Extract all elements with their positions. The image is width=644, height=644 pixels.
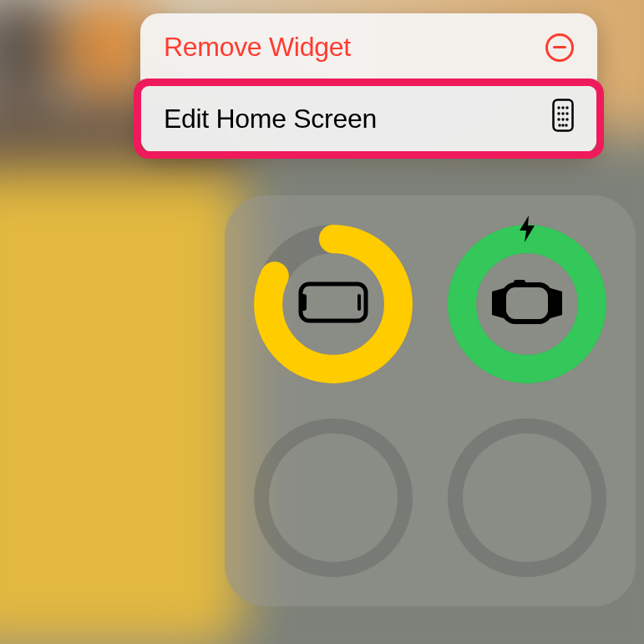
battery-ring-iphone [254, 225, 413, 383]
edit-home-screen-label: Edit Home Screen [164, 104, 377, 134]
svg-point-3 [565, 106, 568, 109]
charging-bolt-icon [516, 214, 538, 247]
iphone-icon [312, 267, 354, 341]
svg-point-11 [561, 124, 564, 126]
applewatch-icon [501, 264, 553, 344]
svg-rect-20 [504, 285, 550, 322]
battery-empty-2 [442, 413, 612, 583]
svg-point-1 [557, 106, 560, 109]
svg-point-6 [565, 112, 568, 114]
svg-rect-21 [514, 280, 525, 285]
svg-point-10 [558, 124, 560, 126]
remove-widget-label: Remove Widget [164, 32, 351, 63]
svg-rect-15 [301, 284, 366, 321]
svg-point-5 [561, 112, 564, 114]
battery-empty-1 [248, 413, 418, 583]
remove-widget-menu-item[interactable]: Remove Widget [140, 13, 597, 79]
svg-point-12 [565, 124, 567, 126]
battery-ring-empty [448, 418, 606, 577]
svg-point-7 [557, 118, 560, 120]
batteries-widget[interactable] [225, 195, 636, 606]
battery-applewatch [442, 219, 612, 389]
svg-point-4 [557, 112, 560, 114]
context-menu: Remove Widget Edit Home Screen [140, 13, 597, 155]
svg-rect-16 [301, 294, 307, 311]
edit-home-screen-menu-item[interactable]: Edit Home Screen [140, 80, 597, 155]
apps-grid-icon [552, 99, 574, 139]
svg-point-8 [561, 118, 564, 120]
minus-circle-icon [545, 33, 574, 62]
svg-point-9 [565, 118, 568, 120]
svg-point-2 [561, 106, 564, 109]
battery-ring-empty [254, 418, 413, 577]
battery-ring-applewatch [448, 225, 606, 383]
battery-iphone [248, 219, 418, 389]
